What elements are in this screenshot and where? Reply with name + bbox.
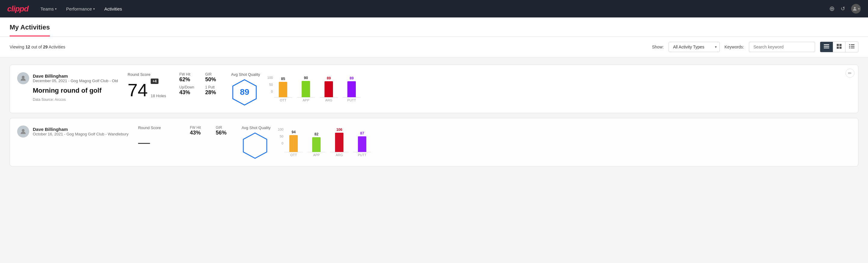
avatar (17, 72, 29, 84)
round-score-section: Round Score 74 +4 18 Holes (127, 72, 169, 99)
user-info: Dave Billingham October 16, 2021 - Gog M… (33, 127, 128, 136)
view-toggle (820, 41, 858, 52)
data-source: Data Source: Arccos (33, 97, 118, 102)
stats-grid: FW Hit 43% GIR 56% (190, 125, 232, 136)
bar-ott: 94 OTT (284, 130, 303, 157)
activity-card: Dave Billingham December 05, 2021 - Gog … (10, 65, 858, 113)
logo[interactable]: clippd (7, 4, 29, 13)
gir-stat: GIR 50% (205, 72, 221, 83)
y-label-0: 0 (271, 90, 273, 93)
svg-point-16 (22, 129, 24, 132)
shot-quality-label: Avg Shot Quality (231, 72, 260, 77)
fw-hit-stat: FW Hit 43% (190, 125, 206, 136)
activities-list: Dave Billingham December 05, 2021 - Gog … (0, 57, 868, 178)
chevron-down-icon: ▾ (55, 7, 57, 10)
nav-actions: ⊕ ↺ ▾ (829, 4, 861, 13)
bar-app: 90 APP (297, 76, 315, 102)
activity-card: Dave Billingham October 16, 2021 - Gog M… (10, 118, 858, 167)
nav-teams[interactable]: Teams ▾ (40, 6, 57, 11)
round-score-label: Round Score (127, 72, 169, 77)
hex-score (242, 132, 269, 159)
svg-point-14 (22, 76, 24, 79)
svg-rect-3 (824, 48, 829, 49)
bar-ott: 85 OTT (274, 77, 292, 102)
svg-rect-11 (851, 46, 855, 47)
svg-rect-6 (837, 47, 839, 49)
add-icon[interactable]: ⊕ (829, 5, 835, 12)
activity-type-select[interactable]: All Activity Types Round Practice (669, 42, 720, 52)
shot-quality-section: Avg Shot Quality 100 50 0 94 (242, 125, 851, 159)
activity-title: Morning round of golf (33, 87, 118, 94)
svg-rect-4 (837, 44, 839, 46)
user-info: Dave Billingham December 05, 2021 - Gog … (33, 74, 118, 83)
gir-stat: GIR 56% (216, 125, 232, 136)
score-value: 74 (127, 81, 148, 99)
navbar: clippd Teams ▾ Performance ▾ Activities … (0, 0, 868, 18)
updown-stat: Up/Down 43% (179, 85, 195, 96)
shot-quality-label: Avg Shot Quality (242, 125, 271, 130)
round-score-label: Round Score (138, 125, 180, 130)
user-name: Dave Billingham (33, 74, 118, 79)
round-score-section: Round Score (138, 125, 180, 144)
keywords-label: Keywords: (724, 45, 744, 49)
list-compact-view-button[interactable] (820, 42, 833, 52)
user-row: Dave Billingham October 16, 2021 - Gog M… (17, 125, 128, 138)
score-row: 74 +4 18 Holes (127, 79, 169, 99)
search-input[interactable] (749, 42, 815, 52)
page-title: My Activities (10, 18, 50, 36)
svg-rect-13 (851, 48, 855, 49)
shot-quality-section: Avg Shot Quality 89 100 50 0 (231, 72, 851, 106)
bar-arg: 106 ARG (330, 127, 348, 157)
y-label-100: 100 (268, 76, 273, 80)
edit-button[interactable]: ✏ (845, 68, 855, 78)
y-label-50: 50 (269, 83, 273, 86)
svg-marker-17 (243, 133, 267, 158)
bar-app: 82 APP (307, 132, 326, 157)
svg-rect-8 (849, 44, 850, 45)
bar-putt: 89 PUTT (343, 76, 361, 102)
user-name: Dave Billingham (33, 127, 128, 132)
svg-rect-7 (839, 47, 841, 49)
svg-rect-12 (849, 48, 850, 49)
bar-putt: 87 PUTT (353, 131, 371, 157)
bar-chart: 100 50 0 85 OTT 90 (268, 76, 361, 102)
score-badge: +4 (151, 79, 158, 84)
card-left: Dave Billingham October 16, 2021 - Gog M… (17, 125, 128, 140)
svg-rect-9 (851, 44, 855, 45)
holes-text: 18 Holes (151, 94, 166, 98)
activity-type-dropdown[interactable]: All Activity Types Round Practice ▾ (669, 42, 720, 52)
refresh-icon[interactable]: ↺ (841, 5, 845, 12)
activity-date: October 16, 2021 - Gog Magog Golf Club -… (33, 132, 128, 136)
viewing-text: Viewing 12 out of 29 Activities (10, 45, 65, 49)
chevron-down-icon: ▾ (93, 7, 95, 10)
user-row: Dave Billingham December 05, 2021 - Gog … (17, 72, 118, 84)
show-label: Show: (652, 45, 664, 49)
grid-view-button[interactable] (833, 42, 845, 52)
svg-point-0 (854, 7, 856, 9)
activity-date: December 05, 2021 - Gog Magog Golf Club … (33, 79, 118, 83)
svg-rect-2 (824, 46, 829, 47)
svg-rect-10 (849, 46, 850, 47)
avatar[interactable]: ▾ (851, 4, 861, 13)
svg-rect-1 (824, 44, 829, 45)
page-header: My Activities (0, 18, 868, 37)
oneputt-stat: 1 Putt 28% (205, 85, 221, 96)
nav-performance[interactable]: Performance ▾ (66, 6, 95, 11)
svg-rect-5 (839, 44, 841, 46)
hex-score: 89 (231, 79, 258, 106)
bar-chart: 100 50 0 94 OTT 82 APP (278, 127, 371, 157)
bar-arg: 89 ARG (320, 76, 338, 102)
avatar (17, 125, 29, 138)
list-detail-view-button[interactable] (845, 42, 858, 52)
nav-activities[interactable]: Activities (104, 6, 122, 11)
stats-grid: FW Hit 62% GIR 50% Up/Down 43% 1 Putt 28… (179, 72, 221, 96)
filter-bar: Viewing 12 out of 29 Activities Show: Al… (0, 37, 868, 57)
card-left: Dave Billingham December 05, 2021 - Gog … (17, 72, 118, 102)
fw-hit-stat: FW Hit 62% (179, 72, 195, 83)
